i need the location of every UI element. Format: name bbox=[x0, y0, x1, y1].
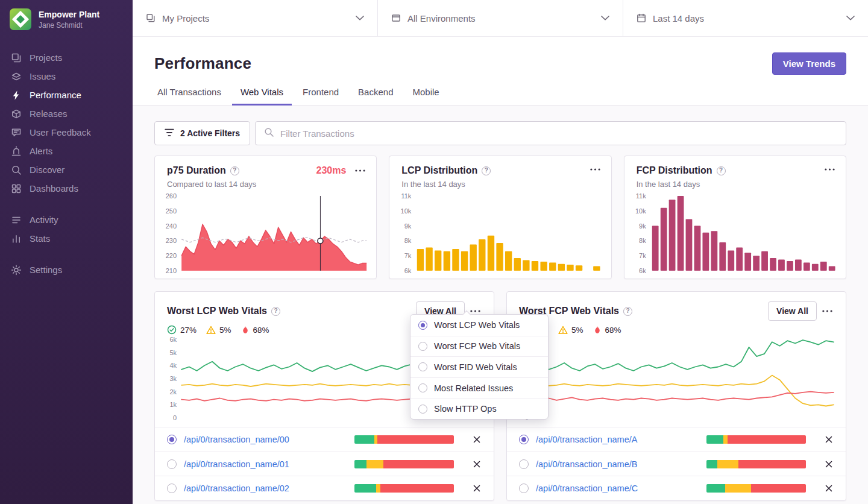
transaction-radio[interactable] bbox=[167, 484, 177, 493]
transaction-radio[interactable] bbox=[519, 459, 529, 469]
axis-tick-label: 250 bbox=[161, 207, 177, 214]
close-icon bbox=[825, 485, 832, 494]
chart-plot bbox=[181, 196, 366, 271]
tab-frontend[interactable]: Frontend bbox=[294, 83, 347, 106]
warning-triangle-icon bbox=[206, 326, 216, 335]
bar-segment bbox=[725, 484, 751, 493]
sidebar-item-settings[interactable]: Settings bbox=[0, 260, 133, 279]
sidebar-item-releases[interactable]: Releases bbox=[0, 104, 133, 123]
transaction-radio[interactable] bbox=[519, 435, 529, 444]
help-icon[interactable] bbox=[230, 166, 239, 175]
remove-transaction-button[interactable] bbox=[823, 433, 835, 446]
bar-segment bbox=[706, 460, 717, 468]
sidebar-item-performance[interactable]: Performance bbox=[0, 86, 133, 104]
sidebar-item-user-feedback[interactable]: User Feedback bbox=[0, 123, 133, 142]
transaction-radio[interactable] bbox=[519, 484, 529, 493]
close-icon bbox=[473, 436, 480, 445]
transaction-link[interactable]: /api/0/transaction_name/01 bbox=[184, 459, 289, 469]
tab-web-vitals[interactable]: Web Vitals bbox=[232, 83, 292, 106]
help-icon[interactable] bbox=[482, 166, 491, 175]
transaction-list: /api/0/transaction_name/A /api/0/transac… bbox=[507, 427, 846, 500]
dropdown-item-worst-fcp[interactable]: Worst FCP Web Vitals bbox=[410, 336, 548, 357]
sidebar-nav-tertiary: Settings bbox=[0, 260, 133, 279]
sidebar-item-discover[interactable]: Discover bbox=[0, 160, 133, 179]
vitals-dropdown-menu: Worst LCP Web Vitals Worst FCP Web Vital… bbox=[410, 314, 549, 420]
tab-all-transactions[interactable]: All Transactions bbox=[149, 83, 230, 106]
axis-tick-label: 260 bbox=[161, 193, 177, 200]
stat-value: 5% bbox=[571, 326, 583, 335]
help-icon[interactable] bbox=[271, 307, 280, 316]
issues-icon bbox=[11, 71, 22, 82]
sidebar-item-dashboards[interactable]: Dashboards bbox=[0, 179, 133, 198]
active-filters-button[interactable]: 2 Active Filters bbox=[154, 121, 250, 145]
sidebar-item-stats[interactable]: Stats bbox=[0, 229, 133, 248]
option-radio[interactable] bbox=[418, 321, 427, 330]
tab-backend[interactable]: Backend bbox=[350, 83, 401, 106]
p75-duration-card: p75 Duration Compared to last 14 days 23… bbox=[154, 156, 377, 279]
remove-transaction-button[interactable] bbox=[471, 482, 483, 494]
sidebar-item-label: Dashboards bbox=[30, 183, 78, 194]
card-menu-button[interactable] bbox=[821, 307, 834, 315]
vitals-stacked-bar bbox=[354, 460, 454, 468]
sidebar-item-label: Projects bbox=[30, 52, 62, 63]
axis-tick-label: 230 bbox=[161, 238, 177, 244]
org-switcher[interactable]: Empower Plant Jane Schmidt bbox=[0, 0, 133, 39]
card-menu-button[interactable] bbox=[823, 165, 836, 174]
axis-tick-label: 9k bbox=[631, 222, 646, 229]
dropdown-item-worst-lcp[interactable]: Worst LCP Web Vitals bbox=[410, 315, 548, 336]
card-menu-button[interactable] bbox=[589, 165, 602, 174]
project-filter-dropdown[interactable]: My Projects bbox=[133, 0, 377, 36]
option-radio[interactable] bbox=[418, 405, 427, 414]
sidebar-item-issues[interactable]: Issues bbox=[0, 67, 133, 86]
vitals-stacked-bar bbox=[354, 435, 454, 444]
option-radio[interactable] bbox=[418, 383, 427, 392]
sidebar-item-activity[interactable]: Activity bbox=[0, 210, 133, 229]
card-subtitle: In the last 14 days bbox=[401, 180, 491, 189]
card-menu-button[interactable] bbox=[354, 166, 366, 175]
calendar-icon bbox=[637, 13, 646, 23]
chart-plot bbox=[416, 196, 601, 271]
filter-transactions-input[interactable] bbox=[280, 128, 837, 139]
dropdown-item-slow-http-ops[interactable]: Slow HTTP Ops bbox=[410, 398, 548, 419]
transaction-radio[interactable] bbox=[167, 459, 177, 469]
transaction-link[interactable]: /api/0/transaction_name/B bbox=[536, 459, 637, 469]
transaction-radio[interactable] bbox=[167, 435, 177, 444]
axis-tick-label: 4k bbox=[161, 362, 177, 369]
app: Empower Plant Jane Schmidt Projects Issu… bbox=[0, 0, 868, 504]
transaction-link[interactable]: /api/0/transaction_name/C bbox=[536, 484, 638, 493]
option-radio[interactable] bbox=[418, 362, 427, 371]
axis-tick-label: 5k bbox=[161, 349, 177, 356]
dropdown-item-most-related-issues[interactable]: Most Related Issues bbox=[410, 377, 548, 398]
bar-segment bbox=[728, 435, 806, 444]
transaction-row: /api/0/transaction_name/01 bbox=[155, 452, 494, 476]
remove-transaction-button[interactable] bbox=[823, 458, 835, 470]
option-radio[interactable] bbox=[418, 342, 427, 351]
remove-transaction-button[interactable] bbox=[823, 482, 835, 494]
remove-transaction-button[interactable] bbox=[471, 433, 483, 446]
projects-icon bbox=[11, 52, 22, 63]
sidebar-item-alerts[interactable]: Alerts bbox=[0, 142, 133, 160]
help-icon[interactable] bbox=[623, 307, 632, 316]
org-logo bbox=[10, 8, 31, 30]
date-range-dropdown[interactable]: Last 14 days bbox=[623, 0, 868, 36]
page-title: Performance bbox=[154, 54, 251, 73]
dropdown-item-label: Worst FCP Web Vitals bbox=[434, 341, 520, 351]
transaction-link[interactable]: /api/0/transaction_name/00 bbox=[184, 435, 289, 444]
user-feedback-icon bbox=[11, 127, 22, 138]
help-icon[interactable] bbox=[717, 166, 726, 175]
axis-tick-label: 3k bbox=[161, 376, 177, 382]
close-icon bbox=[825, 461, 832, 470]
sidebar-item-projects[interactable]: Projects bbox=[0, 48, 133, 67]
transaction-link[interactable]: /api/0/transaction_name/02 bbox=[184, 484, 289, 493]
view-all-button[interactable]: View All bbox=[768, 301, 817, 321]
remove-transaction-button[interactable] bbox=[471, 458, 483, 470]
tab-mobile[interactable]: Mobile bbox=[404, 83, 447, 106]
environment-filter-dropdown[interactable]: All Environments bbox=[377, 0, 623, 36]
stat-value: 68% bbox=[605, 326, 621, 335]
dropdown-item-worst-fid[interactable]: Worst FID Web Vitals bbox=[410, 356, 548, 377]
view-trends-button[interactable]: View Trends bbox=[772, 52, 846, 75]
org-name: Empower Plant bbox=[39, 10, 99, 20]
transaction-link[interactable]: /api/0/transaction_name/A bbox=[536, 435, 637, 444]
fcp-distribution-chart bbox=[651, 196, 836, 271]
releases-icon bbox=[11, 109, 22, 119]
